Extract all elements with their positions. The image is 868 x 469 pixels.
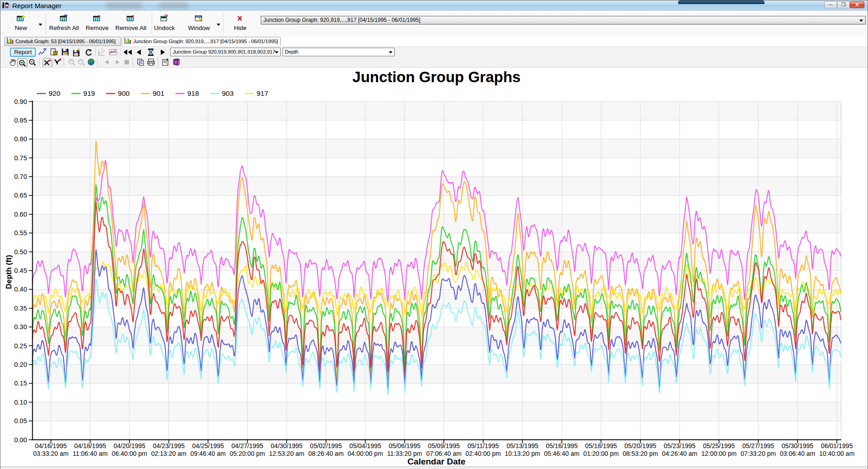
svg-text:0.30: 0.30: [14, 323, 27, 331]
svg-text:03:06:40 am: 03:06:40 am: [780, 450, 815, 457]
svg-text:0.65: 0.65: [14, 192, 27, 199]
svg-text:06/01/1995: 06/01/1995: [821, 442, 853, 449]
svg-text:919: 919: [83, 89, 95, 97]
svg-text:0.20: 0.20: [14, 361, 27, 368]
svg-text:04:26:40 am: 04:26:40 am: [662, 450, 697, 457]
svg-text:0.10: 0.10: [14, 399, 27, 406]
svg-text:05/16/1995: 05/16/1995: [546, 442, 578, 449]
svg-text:05/13/1995: 05/13/1995: [506, 442, 538, 449]
svg-text:04/23/1995: 04/23/1995: [153, 442, 185, 449]
svg-text:05/09/1995: 05/09/1995: [428, 442, 460, 449]
svg-text:04/20/1995: 04/20/1995: [114, 442, 145, 449]
svg-text:05/06/1995: 05/06/1995: [389, 442, 421, 449]
svg-text:08:26:40 am: 08:26:40 am: [308, 450, 344, 457]
svg-text:03:33:20 am: 03:33:20 am: [33, 450, 69, 457]
svg-text:0.55: 0.55: [14, 229, 27, 237]
svg-text:918: 918: [187, 89, 199, 97]
svg-text:Junction Group Graphs: Junction Group Graphs: [352, 69, 521, 85]
svg-text:10:13:20 pm: 10:13:20 pm: [505, 450, 540, 457]
svg-text:05/25/1995: 05/25/1995: [703, 442, 735, 449]
svg-text:0.40: 0.40: [14, 286, 27, 293]
svg-text:900: 900: [118, 89, 130, 97]
svg-text:05/04/1995: 05/04/1995: [349, 442, 381, 449]
svg-text:05/27/1995: 05/27/1995: [742, 442, 774, 449]
svg-text:0.35: 0.35: [14, 305, 27, 312]
svg-text:05:20:00 pm: 05:20:00 pm: [230, 450, 265, 457]
svg-text:12:53:20 am: 12:53:20 am: [269, 450, 304, 457]
svg-text:0.70: 0.70: [14, 173, 27, 180]
svg-text:0.00: 0.00: [14, 436, 27, 444]
svg-text:05/20/1995: 05/20/1995: [625, 442, 656, 449]
svg-text:11:06:40 am: 11:06:40 am: [73, 450, 108, 457]
svg-text:05/11/1995: 05/11/1995: [467, 442, 499, 449]
svg-text:05:46:40 am: 05:46:40 am: [544, 450, 580, 457]
svg-text:08:53:20 pm: 08:53:20 pm: [623, 450, 658, 457]
svg-text:0.80: 0.80: [14, 135, 27, 143]
svg-text:04:00:00 pm: 04:00:00 pm: [347, 450, 383, 457]
svg-text:06:40:00 pm: 06:40:00 pm: [112, 450, 147, 457]
svg-text:04/16/1995: 04/16/1995: [35, 442, 67, 449]
svg-text:0.90: 0.90: [14, 98, 27, 105]
svg-text:05/23/1995: 05/23/1995: [664, 442, 695, 449]
svg-text:09:46:40 am: 09:46:40 am: [190, 450, 226, 457]
svg-text:04/27/1995: 04/27/1995: [232, 442, 263, 449]
svg-text:901: 901: [153, 89, 164, 97]
svg-text:0.85: 0.85: [14, 117, 27, 124]
svg-text:0.25: 0.25: [14, 342, 27, 350]
svg-text:04/18/1995: 04/18/1995: [74, 442, 106, 449]
svg-text:0.15: 0.15: [14, 380, 27, 387]
svg-text:0.60: 0.60: [14, 211, 27, 218]
svg-text:04/25/1995: 04/25/1995: [192, 442, 224, 449]
svg-text:917: 917: [257, 89, 268, 97]
svg-text:0.75: 0.75: [14, 154, 27, 162]
svg-text:07:33:20 pm: 07:33:20 pm: [740, 450, 776, 457]
svg-text:0.45: 0.45: [14, 267, 27, 274]
svg-text:0.05: 0.05: [14, 417, 27, 425]
svg-text:02:13:20 am: 02:13:20 am: [151, 450, 187, 457]
svg-text:?: ?: [175, 60, 177, 64]
svg-text:04/30/1995: 04/30/1995: [271, 442, 303, 449]
svg-text:920: 920: [49, 89, 60, 97]
svg-text:05/30/1995: 05/30/1995: [782, 442, 813, 449]
svg-text:0.50: 0.50: [14, 248, 27, 256]
svg-text:Calendar Date: Calendar Date: [407, 457, 466, 466]
svg-text:07:06:40 am: 07:06:40 am: [426, 450, 461, 457]
svg-text:Depth (ft): Depth (ft): [5, 255, 13, 289]
svg-text:11:33:20 pm: 11:33:20 pm: [387, 450, 422, 457]
svg-text:903: 903: [222, 89, 234, 97]
svg-text:12:00:00 pm: 12:00:00 pm: [701, 450, 737, 457]
svg-text:01:20:00 pm: 01:20:00 pm: [583, 450, 619, 457]
svg-text:02:40:00 pm: 02:40:00 pm: [466, 450, 501, 457]
svg-text:10:40:00 am: 10:40:00 am: [819, 450, 854, 457]
svg-text:05/18/1995: 05/18/1995: [585, 442, 617, 449]
svg-text:05/02/1995: 05/02/1995: [310, 442, 342, 449]
